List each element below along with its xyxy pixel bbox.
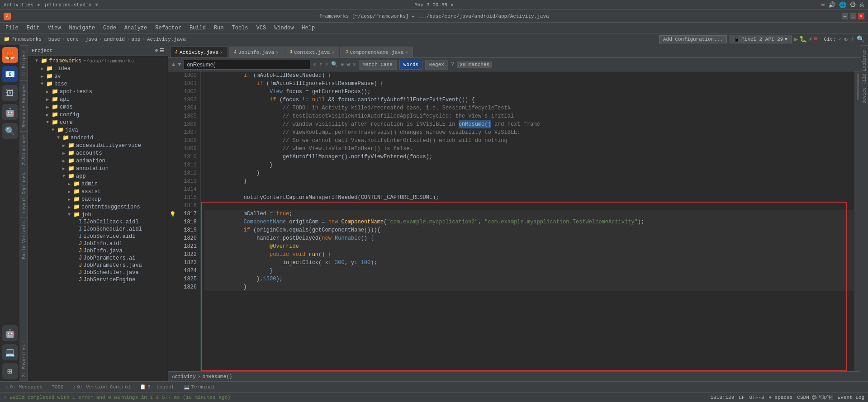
tab-jobinfo-java[interactable]: J JobInfo.java ✕ (229, 47, 284, 57)
search-nav-down[interactable]: ▼ (178, 61, 181, 68)
encoding[interactable]: UTF-8 (749, 395, 764, 400)
regex-btn[interactable]: Regex (425, 60, 448, 70)
search-nav-next[interactable]: ⬇ (325, 61, 328, 68)
tree-item-ijobcallback[interactable]: ▶ I IJobCallback.aidl (28, 218, 168, 226)
email-icon[interactable]: 📧 (2, 66, 18, 82)
line-ending[interactable]: LF (739, 395, 745, 400)
tree-item-job[interactable]: ▼ 📁 job (28, 211, 168, 218)
layout-captures-label[interactable]: Layout Captures (20, 169, 28, 217)
tab-close-context[interactable]: ✕ (332, 50, 334, 55)
tree-item-api[interactable]: ▶ 📁 api (28, 95, 168, 103)
menu-window[interactable]: Window (270, 24, 297, 32)
event-log-btn[interactable]: Event Log (838, 395, 864, 400)
network-icon[interactable]: 🌐 (839, 1, 846, 9)
words-btn[interactable]: Words (399, 60, 422, 70)
tree-item-jobserviceengine[interactable]: ▶ J JobServiceEngine (28, 276, 168, 284)
tab-close-jobinfo[interactable]: ✕ (276, 50, 279, 55)
search-global-btn[interactable]: 🔍 (857, 35, 864, 43)
grid-icon[interactable]: ⊞ (2, 363, 18, 379)
minimize-button[interactable]: ─ (842, 13, 848, 19)
tree-item-ijobscheduler[interactable]: ▶ I IJobScheduler.aidl (28, 226, 168, 233)
tree-item-backup[interactable]: ▶ 📁 backup (28, 195, 168, 203)
firefox-icon[interactable]: 🦊 (2, 47, 18, 63)
maximize-button[interactable]: □ (850, 13, 856, 19)
breadcrumb-activity-class[interactable]: Activity (172, 374, 196, 379)
tree-item-core[interactable]: ▼ 📁 core (28, 118, 168, 126)
search-clear-btn[interactable]: ✕ (313, 61, 316, 68)
breadcrumb-item-base[interactable]: base (48, 37, 60, 42)
android-icon[interactable]: 🤖 (2, 104, 18, 120)
menu-code[interactable]: Code (100, 24, 120, 32)
search-filter-icon[interactable]: ⊞ (346, 61, 350, 68)
tree-item-ijobservice[interactable]: ▶ I IJobService.aidl (28, 233, 168, 240)
terminal-tab[interactable]: 💻Terminal (180, 383, 219, 391)
tree-item-animation[interactable]: ▶ 📁 animation (28, 157, 168, 165)
app-name[interactable]: jetbrains-studio (44, 2, 92, 8)
tab-close-componentname[interactable]: ✕ (405, 50, 408, 55)
tree-item-jobscheduler[interactable]: ▶ J JobScheduler.java (28, 269, 168, 276)
menu-tools[interactable]: Tools (228, 24, 252, 32)
menu-edit[interactable]: Edit (23, 24, 43, 32)
match-case-btn[interactable]: Match Case (359, 60, 397, 70)
image-icon[interactable]: 🖼 (2, 85, 18, 101)
vertical-scrollbar[interactable] (854, 71, 860, 371)
menu-file[interactable]: File (2, 24, 22, 32)
volume-icon[interactable]: 🔊 (828, 1, 835, 9)
menu-analyze[interactable]: Analyze (121, 24, 151, 32)
close-button[interactable]: ✕ (858, 13, 864, 19)
z-structure-label[interactable]: Z-Structure (20, 131, 28, 169)
tree-item-contentsuggestions[interactable]: ▶ 📁 contentsuggestions (28, 203, 168, 211)
git-push[interactable]: ↑ (850, 36, 854, 43)
device-selector[interactable]: 📱 Pixel 2 API 29 ▼ (730, 35, 792, 43)
search-options-icon[interactable]: ⊕ (341, 61, 344, 68)
breadcrumb-method[interactable]: onResume() (202, 374, 232, 379)
menu-run[interactable]: Run (210, 24, 228, 32)
tree-item-annotation[interactable]: ▶ 📁 annotation (28, 165, 168, 172)
cursor-position[interactable]: 1818:129 (711, 395, 735, 400)
scrollbar-thumb[interactable] (857, 73, 859, 100)
tree-item-jobinfo-aidl[interactable]: ▶ J JobInfo.aidl (28, 240, 168, 247)
tree-item-apct-tests[interactable]: ▶ 📁 apct-tests (28, 88, 168, 95)
tab-close-activity[interactable]: ✕ (220, 50, 223, 55)
keyboard-icon[interactable]: ⌨ (821, 1, 825, 9)
tree-item-admin[interactable]: ▶ 📁 admin (28, 180, 168, 188)
profile-btn[interactable]: ⚡ (808, 35, 812, 43)
search-input[interactable] (184, 60, 310, 70)
breadcrumb-item-app[interactable]: app (132, 37, 141, 42)
project-collapse-icon[interactable]: ☰ (160, 47, 164, 53)
power-icon[interactable]: ⏻ (850, 1, 856, 8)
version-control-tab[interactable]: ↕9: Version Control (69, 383, 134, 391)
messages-tab[interactable]: ⚠0: Messages (2, 383, 46, 391)
project-panel-label[interactable]: 1: Project (20, 45, 28, 80)
debug-btn[interactable]: 🐛 (799, 35, 807, 43)
stop-btn[interactable]: ■ (814, 35, 817, 43)
favorites-label[interactable]: 2: Favorites (20, 341, 28, 381)
search-find-icon[interactable]: 🔍 (331, 61, 338, 68)
tab-context-java[interactable]: J Context.java ✕ (285, 47, 339, 57)
tree-item-jobinfo-java[interactable]: ▶ J JobInfo.java (28, 247, 168, 255)
menu-refactor[interactable]: Refactor (152, 24, 185, 32)
search-nav-prev[interactable]: ⬆ (319, 61, 323, 68)
breadcrumb-item-java[interactable]: java (85, 37, 97, 42)
app-dropdown[interactable]: ▼ (95, 2, 98, 8)
todo-tab[interactable]: TODO (48, 383, 67, 391)
tree-item-assist[interactable]: ▶ 📁 assist (28, 188, 168, 195)
code-lines[interactable]: if (mAutoFillResetNeeded) { if (!mAutoFi… (201, 71, 854, 291)
breadcrumb-item-activity[interactable]: Activity.java (147, 37, 186, 42)
tree-item-java[interactable]: ▼ 📁 java (28, 126, 168, 134)
menu-help[interactable]: Help (298, 24, 318, 32)
device-file-explorer-label[interactable]: Device File Explorer (860, 45, 868, 107)
project-settings-icon[interactable]: ⚙ (155, 47, 158, 53)
tree-item-frameworks[interactable]: ▼ 📁 frameworks ~/aosp/frameworks (28, 57, 168, 65)
menu-vcs[interactable]: VCS (253, 24, 270, 32)
activities-label[interactable]: Activities (4, 2, 33, 8)
tree-item-cmds[interactable]: ▶ 📁 cmds (28, 103, 168, 111)
tree-item-idea[interactable]: ▶ 📁 .idea (28, 65, 168, 72)
run-btn[interactable]: ▶ (794, 35, 798, 43)
search-icon[interactable]: 🔍 (2, 123, 18, 139)
tab-activity-java[interactable]: J Activity.java ✕ (170, 47, 228, 57)
search-nav-up[interactable]: ▲ (172, 61, 175, 68)
tree-item-jobparameters-ai[interactable]: ▶ J JobParameters.ai (28, 255, 168, 262)
git-check[interactable]: ✓ (839, 36, 842, 42)
breadcrumb-item-core[interactable]: core (67, 37, 79, 42)
